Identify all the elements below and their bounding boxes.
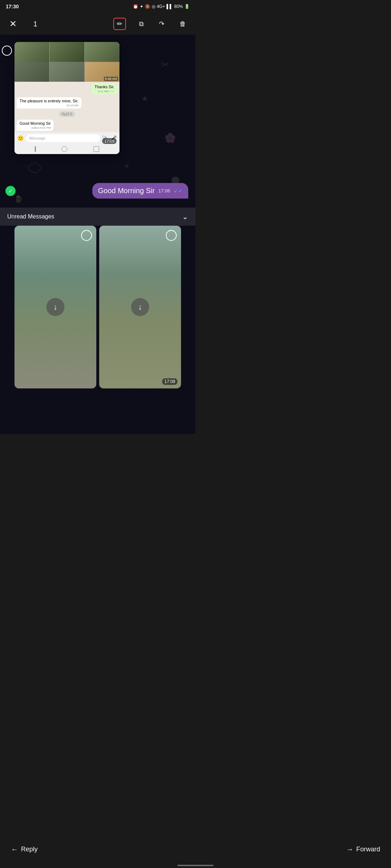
main-message-time: 17:06 bbox=[158, 188, 170, 193]
edit-button[interactable]: ✏ bbox=[113, 18, 126, 30]
media-item-2[interactable]: ↓ 17:09 bbox=[99, 226, 181, 388]
chat-preview-time: 17:05 bbox=[102, 138, 117, 144]
chat-bubble-right-area: Thanks Sir. 9:11 AM ✓✓ bbox=[14, 82, 119, 96]
chat-photo-3 bbox=[85, 42, 119, 62]
battery-icon: 🔋 bbox=[184, 4, 190, 9]
bluetooth-icon: ✦ bbox=[140, 4, 143, 9]
svg-text:★: ★ bbox=[141, 94, 148, 103]
network-icon: 4G+ bbox=[157, 4, 165, 9]
delete-button[interactable]: 🗑 bbox=[177, 18, 188, 30]
nav-home-icon bbox=[62, 146, 67, 152]
emoji-icon: 🙂 bbox=[17, 135, 24, 141]
chat-preview: 6:48 AM Thanks Sir. 9:11 AM ✓✓ The pleas… bbox=[14, 42, 119, 154]
unread-banner[interactable]: Unread Messages ⌄ bbox=[0, 208, 196, 226]
chat-nav-bar bbox=[14, 144, 119, 154]
chevron-down-icon[interactable]: ⌄ bbox=[182, 212, 188, 221]
message-input[interactable]: Message bbox=[26, 134, 100, 142]
nav-apps-icon bbox=[35, 146, 36, 152]
copy-button[interactable]: ⧉ bbox=[137, 18, 146, 30]
media-select-circle-1[interactable] bbox=[81, 230, 92, 241]
media-grid: ↓ ↓ 17:09 bbox=[14, 226, 181, 388]
svg-text:🌸: 🌸 bbox=[164, 132, 176, 144]
mute-icon: 🔕 bbox=[145, 4, 150, 9]
chat-photo-1 bbox=[14, 42, 49, 62]
chat-preview-select-circle[interactable] bbox=[2, 46, 12, 56]
chat-photos bbox=[14, 42, 119, 62]
share-button[interactable]: ↷ bbox=[157, 18, 167, 30]
bubble-time-2: 10:10 AM bbox=[20, 104, 79, 107]
bubble-time-1: 9:11 AM ✓✓ bbox=[94, 90, 114, 93]
chat-photo-4 bbox=[14, 62, 49, 82]
media-download-button-2[interactable]: ↓ bbox=[131, 298, 149, 316]
battery-text: 80% bbox=[174, 4, 183, 9]
thanks-sir-bubble: Thanks Sir. 9:11 AM ✓✓ bbox=[92, 83, 117, 94]
pleasure-bubble: The pleasure is entirely mine, Sir. 10:1… bbox=[17, 97, 81, 109]
toolbar: ✕ 1 ✏ ⧉ ↷ 🗑 bbox=[0, 13, 196, 35]
signal-bars: ▌▌ bbox=[167, 4, 173, 9]
download-icon-2: ↓ bbox=[138, 302, 142, 312]
good-morning-bubble-area: Good Morning Sir edited 5:04 PM bbox=[14, 118, 119, 132]
wifi-icon: ◎ bbox=[152, 4, 155, 9]
main-message-text: Good Morning Sir bbox=[98, 187, 155, 195]
gm-bubble-time: edited 5:04 PM bbox=[20, 126, 51, 129]
media-item-1[interactable]: ↓ bbox=[14, 226, 96, 388]
download-icon-1: ↓ bbox=[54, 302, 58, 312]
close-button[interactable]: ✕ bbox=[7, 17, 19, 31]
media-select-circle-2[interactable] bbox=[166, 230, 177, 241]
unread-text: Unread Messages bbox=[7, 213, 54, 220]
main-message-select-circle[interactable]: ✓ bbox=[5, 186, 16, 196]
chat-photo-2 bbox=[50, 42, 84, 62]
photo-time: 6:48 AM bbox=[104, 77, 118, 81]
status-bar: 17:30 ⏰ ✦ 🔕 ◎ 4G+ ▌▌ 80% 🔋 bbox=[0, 0, 196, 13]
media-download-button-1[interactable]: ↓ bbox=[46, 298, 64, 316]
selection-count: 1 bbox=[33, 20, 37, 28]
chat-photo-5 bbox=[50, 62, 84, 82]
media-time-badge-2: 17:09 bbox=[162, 378, 177, 385]
good-morning-bubble: Good Morning Sir edited 5:04 PM bbox=[17, 120, 54, 131]
status-icons: ⏰ ✦ 🔕 ◎ 4G+ ▌▌ 80% 🔋 bbox=[133, 4, 190, 9]
main-message-bubble: Good Morning Sir 17:06 ✓✓ bbox=[92, 183, 188, 199]
status-time: 17:30 bbox=[6, 4, 19, 9]
alarm-icon: ⏰ bbox=[133, 4, 138, 9]
nav-back-icon bbox=[93, 146, 99, 152]
background: ✂ ★ 🌸 ♥ 🍭 🍺 🍕 ✿ 🍬 🍔 ⟳ 🔪 ☕ ⊹ ✦ ❋ ✂ ☆ ✿ ⊕ … bbox=[0, 35, 196, 434]
main-message-area: ✓ Good Morning Sir 17:06 ✓✓ bbox=[0, 183, 196, 199]
svg-text:✂: ✂ bbox=[161, 59, 169, 70]
main-message-ticks: ✓✓ bbox=[174, 188, 182, 194]
date-divider: April 6 bbox=[14, 110, 119, 118]
svg-text:❋: ❋ bbox=[125, 163, 129, 169]
chat-bubble-left-area: The pleasure is entirely mine, Sir. 10:1… bbox=[14, 96, 119, 110]
